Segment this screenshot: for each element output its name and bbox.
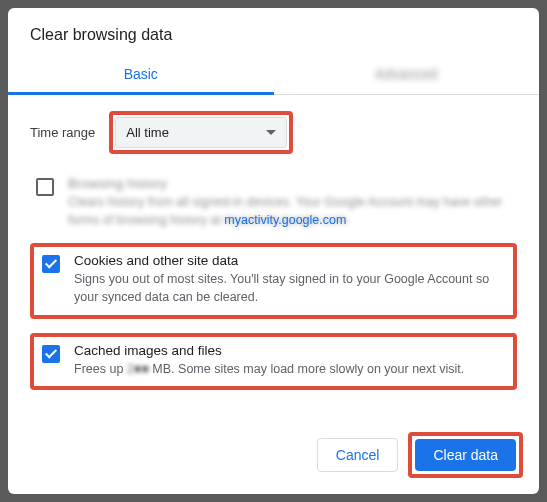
item-desc: Clears history from all signed-in device… [68,193,517,229]
item-body: Cached images and files Frees up 2■■ MB.… [74,343,505,378]
item-desc: Signs you out of most sites. You'll stay… [74,270,505,306]
item-body: Browsing history Clears history from all… [68,176,517,229]
item-title: Cached images and files [74,343,505,358]
time-range-row: Time range All time [30,111,517,154]
cache-size-value: 2■■ [127,360,149,378]
item-cookies-highlight: Cookies and other site data Signs you ou… [30,243,517,318]
tabs: Basic Advanced [8,56,539,95]
annotation-highlight: All time [109,111,293,154]
checkbox-cache[interactable] [42,345,60,363]
item-body: Cookies and other site data Signs you ou… [74,253,505,306]
item-cache-highlight: Cached images and files Frees up 2■■ MB.… [30,333,517,390]
dialog-actions: Cancel Clear data [8,422,539,494]
checkbox-browsing-history[interactable] [36,178,54,196]
myactivity-link[interactable]: myactivity.google.com [224,213,346,227]
checkbox-cookies[interactable] [42,255,60,273]
item-desc: Frees up 2■■ MB. Some sites may load mor… [74,360,505,378]
time-range-label: Time range [30,125,95,140]
tab-advanced[interactable]: Advanced [274,56,540,94]
item-title: Browsing history [68,176,517,191]
dialog-title: Clear browsing data [8,8,539,56]
dialog-content: Time range All time Browsing history Cle… [8,95,539,422]
time-range-select[interactable]: All time [115,117,287,148]
cancel-button[interactable]: Cancel [317,438,399,472]
clear-data-button[interactable]: Clear data [415,439,516,471]
annotation-highlight: Clear data [408,432,523,478]
item-title: Cookies and other site data [74,253,505,268]
tab-basic[interactable]: Basic [8,56,274,94]
chevron-down-icon [266,130,276,135]
time-range-value: All time [126,125,169,140]
clear-browsing-data-dialog: Clear browsing data Basic Advanced Time … [8,8,539,494]
item-browsing-history: Browsing history Clears history from all… [30,172,517,243]
